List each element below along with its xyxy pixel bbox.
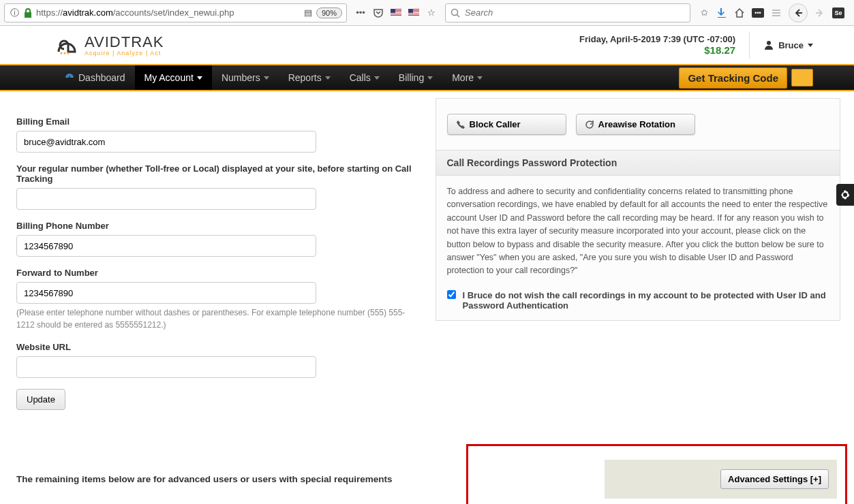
browser-toolbar: ⓘ https://avidtrak.com/accounts/set/inde… <box>0 0 854 26</box>
forward-button[interactable] <box>814 7 825 18</box>
reader-icon[interactable]: ▤ <box>303 7 314 18</box>
more-icon[interactable]: ••• <box>355 7 366 18</box>
address-bar[interactable]: ⓘ https://avidtrak.com/accounts/set/inde… <box>4 3 347 22</box>
toolbar-right-icons: ✩ ••• Se <box>693 3 850 22</box>
svg-point-2 <box>61 52 63 54</box>
pocket-icon[interactable] <box>373 7 384 18</box>
logo-icon <box>55 33 83 57</box>
back-button[interactable] <box>789 3 808 22</box>
date-balance: Friday, April-5-2019 7:39 (UTC -07:00) $… <box>579 34 735 56</box>
flag-icon-1 <box>391 9 401 16</box>
main-nav: Dashboard My Account Numbers Reports Cal… <box>0 64 854 91</box>
page-header: AVIDTRAK Acquire | Analyze | Act Friday,… <box>0 26 854 64</box>
update-button[interactable]: Update <box>16 389 65 410</box>
logo-tagline: Acquire | Analyze | Act <box>85 50 164 57</box>
forward-number-label: Forward to Number <box>16 268 422 278</box>
zoom-badge[interactable]: 90% <box>316 7 342 18</box>
disable-protection-checkbox[interactable] <box>447 290 456 299</box>
folder-icon[interactable] <box>791 69 813 86</box>
ext-icon[interactable]: ••• <box>752 8 764 18</box>
dashboard-icon <box>64 72 75 83</box>
bookmark-star-icon[interactable]: ✩ <box>699 7 710 18</box>
caret-icon <box>427 76 433 80</box>
nav-dashboard[interactable]: Dashboard <box>55 65 135 90</box>
caret-down-icon <box>808 44 813 47</box>
url-text: https://avidtrak.com/accounts/set/index_… <box>36 7 300 18</box>
disable-protection-label: I Bruce do not wish the call recordings … <box>463 290 829 311</box>
nav-reports[interactable]: Reports <box>279 65 340 90</box>
svg-point-0 <box>452 9 458 15</box>
menu-icon[interactable] <box>771 7 782 18</box>
forward-number-input[interactable] <box>16 282 316 304</box>
account-form: Billing Email Your regular number (wheth… <box>16 98 422 410</box>
forward-hint: (Please enter telephone number without d… <box>16 306 422 331</box>
regular-number-input[interactable] <box>16 188 316 210</box>
home-icon[interactable] <box>734 7 745 18</box>
tracking-code-button[interactable]: Get Tracking Code <box>679 67 787 89</box>
caret-icon <box>264 76 269 80</box>
flag-icon-2 <box>408 9 419 16</box>
lock-icon <box>22 7 33 18</box>
actions-panel: Block Caller Areawise Rotation Call Reco… <box>436 98 841 321</box>
info-icon: ⓘ <box>9 7 20 18</box>
advanced-highlight-box: Advanced Settings [+] <box>466 444 847 504</box>
search-bar[interactable] <box>445 3 690 22</box>
billing-phone-input[interactable] <box>16 235 316 257</box>
settings-tab[interactable] <box>836 184 854 206</box>
user-menu[interactable]: Bruce <box>749 31 813 59</box>
gear-icon <box>840 189 851 200</box>
password-protection-text: To address and adhere to security and co… <box>447 185 829 278</box>
svg-point-3 <box>64 52 66 54</box>
se-icon[interactable]: Se <box>832 7 844 18</box>
nav-numbers[interactable]: Numbers <box>212 65 279 90</box>
advanced-settings-button[interactable]: Advanced Settings [+] <box>720 469 829 489</box>
website-url-input[interactable] <box>16 356 316 378</box>
logo[interactable]: AVIDTRAK Acquire | Analyze | Act <box>55 33 164 57</box>
search-icon <box>450 7 461 18</box>
regular-number-label: Your regular number (whether Toll-free o… <box>16 163 422 184</box>
billing-email-label: Billing Email <box>16 116 422 127</box>
rotate-icon <box>585 120 594 129</box>
caret-icon <box>197 76 202 80</box>
block-caller-button[interactable]: Block Caller <box>447 114 566 135</box>
date-text: Friday, April-5-2019 7:39 (UTC -07:00) <box>579 34 735 44</box>
caret-icon <box>374 76 380 80</box>
star-icon[interactable]: ☆ <box>426 7 437 18</box>
billing-phone-label: Billing Phone Number <box>16 221 422 231</box>
phone-block-icon <box>456 120 466 129</box>
website-url-label: Website URL <box>16 342 422 352</box>
nav-my-account[interactable]: My Account <box>135 65 212 90</box>
toolbar-mid-icons: ••• ☆ <box>350 7 442 18</box>
balance-text: $18.27 <box>579 44 735 56</box>
user-icon <box>763 40 774 50</box>
nav-calls[interactable]: Calls <box>340 65 389 90</box>
nav-billing[interactable]: Billing <box>389 65 442 90</box>
logo-text: AVIDTRAK <box>85 33 164 51</box>
caret-icon <box>325 76 331 80</box>
areawise-rotation-button[interactable]: Areawise Rotation <box>576 114 695 135</box>
svg-point-4 <box>67 52 70 54</box>
download-icon[interactable] <box>716 7 727 18</box>
billing-email-input[interactable] <box>16 131 316 153</box>
search-input[interactable] <box>465 7 686 18</box>
advanced-note: The remaining items below are for advanc… <box>16 474 392 484</box>
nav-more[interactable]: More <box>442 65 492 90</box>
caret-icon <box>477 76 483 80</box>
password-protection-title: Call Recordings Password Protection <box>436 150 840 176</box>
user-name: Bruce <box>778 40 804 50</box>
svg-line-1 <box>457 14 460 17</box>
